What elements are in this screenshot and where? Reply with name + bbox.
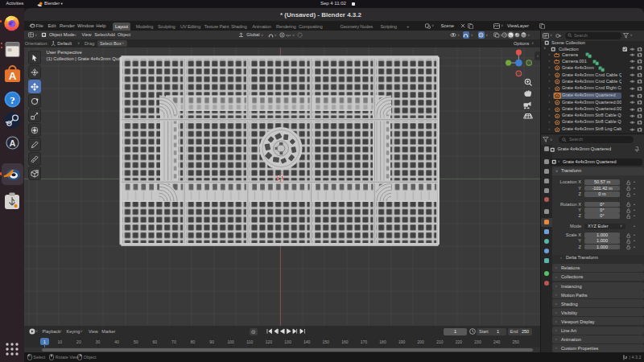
svg-text:?: ? (10, 94, 15, 106)
svg-text:A: A (9, 70, 17, 82)
svg-text:A: A (10, 138, 16, 148)
